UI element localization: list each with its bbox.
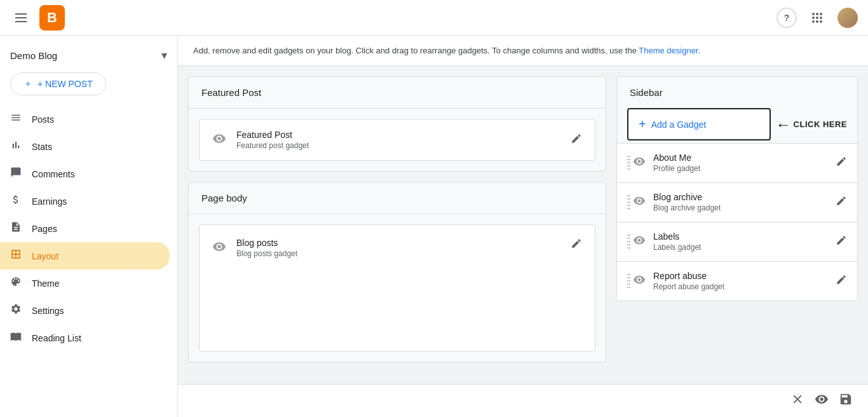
sidebar-item-pages[interactable]: Pages (0, 215, 170, 242)
blog-posts-eye-icon[interactable] (212, 240, 226, 257)
about-me-edit-icon[interactable] (836, 156, 847, 170)
labels-edit-icon[interactable] (836, 235, 847, 249)
preview-action-icon[interactable] (815, 392, 829, 409)
featured-post-title: Featured Post (236, 130, 309, 140)
blog-posts-edit-icon[interactable] (571, 238, 582, 252)
blog-archive-info: Blog archive Blog archive gadget (653, 192, 721, 212)
blog-archive-eye-icon[interactable] (633, 195, 646, 210)
svg-point-7 (816, 20, 818, 23)
report-abuse-subtitle: Report abuse gadget (653, 282, 724, 291)
help-icon[interactable]: ? (776, 8, 797, 28)
right-column: Sidebar + Add a Gadget ← CLICK HERE (616, 76, 858, 301)
save-action-icon[interactable] (839, 392, 853, 409)
sidebar-item-posts[interactable]: Posts (0, 106, 170, 133)
add-gadget-plus-icon: + (639, 117, 646, 132)
info-bar: Add, remove and edit gadgets on your blo… (178, 36, 868, 66)
sidebar-gadgets-list: About Me Profile gadget (617, 143, 857, 300)
earnings-label: Earnings (32, 196, 67, 207)
about-me-eye-icon[interactable] (633, 155, 646, 171)
svg-point-5 (820, 17, 822, 19)
report-abuse-edit-icon[interactable] (836, 274, 847, 289)
reading-list-label: Reading List (32, 333, 81, 343)
blog-archive-edit-icon[interactable] (836, 195, 847, 210)
blog-posts-gadget: Blog posts Blog posts gadget (199, 224, 595, 352)
report-abuse-drag-handle[interactable] (627, 274, 630, 288)
sidebar-item-theme[interactable]: Theme (0, 270, 170, 297)
add-gadget-button[interactable]: + Add a Gadget (627, 108, 771, 140)
featured-post-section: Featured Post Featured Post Featured pos… (188, 76, 606, 172)
report-abuse-title: Report abuse (653, 271, 724, 281)
arrow-left-icon: ← (776, 116, 791, 133)
add-gadget-label: Add a Gadget (651, 120, 706, 130)
featured-post-info: Featured Post Featured post gadget (236, 130, 309, 150)
blog-archive-gadget: Blog archive Blog archive gadget (617, 182, 857, 221)
labels-gadget: Labels Labels gadget (617, 222, 857, 261)
sidebar-item-earnings[interactable]: Earnings (0, 188, 170, 215)
report-abuse-eye-icon[interactable] (633, 273, 646, 289)
about-me-subtitle: Profile gadget (653, 164, 700, 173)
page-body-header: Page body (189, 182, 606, 214)
topbar: B ? (0, 0, 868, 36)
svg-point-4 (816, 17, 818, 19)
svg-point-8 (820, 20, 822, 23)
featured-post-edit-icon[interactable] (571, 133, 582, 147)
pages-icon (10, 221, 22, 236)
svg-point-6 (812, 20, 815, 23)
blog-posts-gadget-left: Blog posts Blog posts gadget (212, 238, 297, 258)
reading-list-icon (10, 331, 22, 345)
sidebar-item-stats[interactable]: Stats (0, 133, 170, 160)
close-action-icon[interactable] (790, 392, 804, 409)
posts-label: Posts (32, 114, 54, 125)
about-me-drag-handle[interactable] (627, 156, 630, 170)
action-bar (178, 384, 868, 417)
blog-archive-drag-handle[interactable] (627, 195, 630, 209)
labels-drag-handle[interactable] (627, 235, 630, 249)
about-me-gadget: About Me Profile gadget (617, 143, 857, 182)
labels-eye-icon[interactable] (633, 234, 646, 250)
stats-icon (10, 139, 22, 154)
left-column: Featured Post Featured Post Featured pos… (188, 76, 606, 362)
click-here-annotation: ← CLICK HERE (776, 116, 847, 133)
settings-label: Settings (32, 306, 64, 316)
user-avatar[interactable] (837, 8, 858, 28)
blog-name: Demo Blog (10, 50, 57, 61)
labels-subtitle: Labels gadget (653, 243, 701, 252)
svg-point-3 (812, 17, 815, 19)
theme-designer-link[interactable]: Theme designer. (639, 46, 700, 55)
posts-icon (10, 112, 22, 126)
app-body: Demo Blog ▾ ＋ + NEW POST Posts Stats Com… (0, 36, 868, 417)
new-post-button[interactable]: ＋ + NEW POST (10, 72, 106, 95)
stats-label: Stats (32, 142, 52, 152)
sidebar-item-layout[interactable]: Layout (0, 242, 170, 270)
blogger-logo[interactable]: B (39, 5, 65, 31)
about-me-title: About Me (653, 153, 700, 163)
featured-post-gadget-left: Featured Post Featured post gadget (212, 130, 309, 150)
sidebar-item-reading-list[interactable]: Reading List (0, 324, 170, 352)
page-body-section: Page body Blog posts Blog posts gadget (188, 182, 606, 362)
info-text: Add, remove and edit gadgets on your blo… (193, 46, 639, 55)
blog-archive-gadget-left: Blog archive Blog archive gadget (633, 192, 836, 212)
add-gadget-row: + Add a Gadget ← CLICK HERE (617, 108, 857, 140)
blog-posts-subtitle: Blog posts gadget (236, 249, 297, 258)
topbar-right: ? (776, 8, 858, 28)
blog-selector[interactable]: Demo Blog ▾ (0, 43, 177, 72)
hamburger-menu[interactable] (10, 8, 32, 27)
sidebar-item-comments[interactable]: Comments (0, 160, 170, 188)
layout-label: Layout (32, 251, 58, 261)
app-grid-icon[interactable] (807, 8, 827, 28)
featured-post-header: Featured Post (189, 77, 606, 109)
labels-info: Labels Labels gadget (653, 231, 701, 252)
blog-posts-info: Blog posts Blog posts gadget (236, 238, 297, 258)
sidebar-item-settings[interactable]: Settings (0, 297, 170, 324)
blog-posts-title: Blog posts (236, 238, 297, 248)
sidebar-section: Sidebar + Add a Gadget ← CLICK HERE (616, 76, 858, 301)
layout-icon (10, 249, 22, 263)
new-post-plus: ＋ (24, 78, 32, 90)
featured-post-eye-icon[interactable] (212, 132, 226, 149)
main-content: Add, remove and edit gadgets on your blo… (178, 36, 868, 417)
blog-archive-subtitle: Blog archive gadget (653, 203, 721, 212)
svg-point-1 (816, 13, 818, 15)
pages-label: Pages (32, 224, 57, 234)
about-me-info: About Me Profile gadget (653, 153, 700, 173)
sidebar-nav: Demo Blog ▾ ＋ + NEW POST Posts Stats Com… (0, 36, 178, 417)
